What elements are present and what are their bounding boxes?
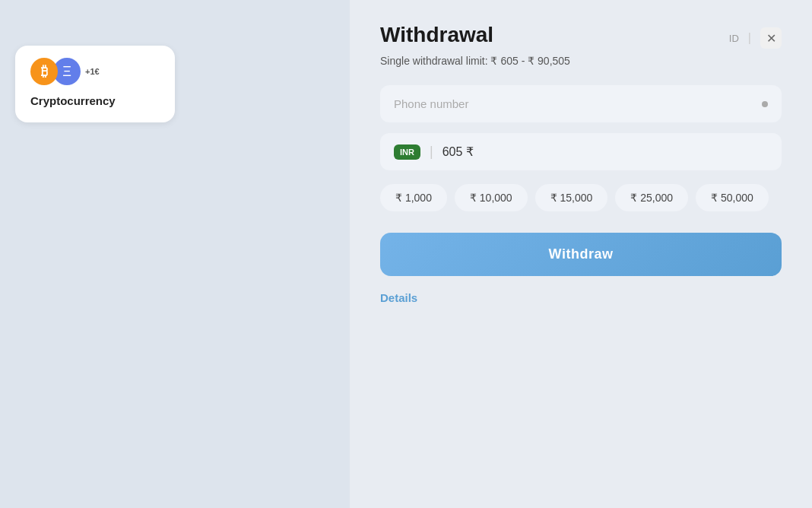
form-header: Withdrawal ID | ✕ xyxy=(380,23,782,49)
form-title: Withdrawal xyxy=(380,23,493,47)
quick-amount-1000[interactable]: ₹ 1,000 xyxy=(380,184,447,211)
amount-value: 605 ₹ xyxy=(442,144,474,159)
more-count: +1€ xyxy=(85,67,100,76)
header-id: ID xyxy=(729,33,739,44)
header-divider: | xyxy=(748,31,751,45)
right-panel: Withdrawal ID | ✕ Single withdrawal limi… xyxy=(350,0,812,508)
withdraw-button[interactable]: Withdraw xyxy=(380,233,782,276)
withdrawal-limit: Single withdrawal limit: ₹ 605 - ₹ 90,50… xyxy=(380,55,782,67)
header-right: ID | ✕ xyxy=(729,27,782,49)
crypto-card-label: Cryptocurrency xyxy=(30,94,160,107)
cryptocurrency-card[interactable]: ₿ Ξ +1€ Cryptocurrency xyxy=(15,46,175,122)
crypto-icons: ₿ Ξ +1€ xyxy=(30,58,160,85)
quick-amount-50000[interactable]: ₹ 50,000 xyxy=(696,184,769,211)
bitcoin-icon: ₿ xyxy=(30,58,58,85)
phone-input[interactable] xyxy=(394,97,762,110)
phone-input-field[interactable] xyxy=(380,85,782,122)
phone-dot-icon xyxy=(762,101,768,107)
details-link[interactable]: Details xyxy=(380,291,417,304)
quick-amounts-container: ₹ 1,000 ₹ 10,000 ₹ 15,000 ₹ 25,000 ₹ 50,… xyxy=(380,184,782,211)
quick-amount-10000[interactable]: ₹ 10,000 xyxy=(455,184,528,211)
quick-amount-15000[interactable]: ₹ 15,000 xyxy=(535,184,608,211)
currency-badge: INR xyxy=(394,144,420,160)
close-button[interactable]: ✕ xyxy=(760,27,782,49)
left-panel: ₿ Ξ +1€ Cryptocurrency xyxy=(0,0,350,508)
amount-field[interactable]: INR | 605 ₹ xyxy=(380,133,782,170)
amount-divider: | xyxy=(430,144,433,160)
quick-amount-25000[interactable]: ₹ 25,000 xyxy=(615,184,688,211)
